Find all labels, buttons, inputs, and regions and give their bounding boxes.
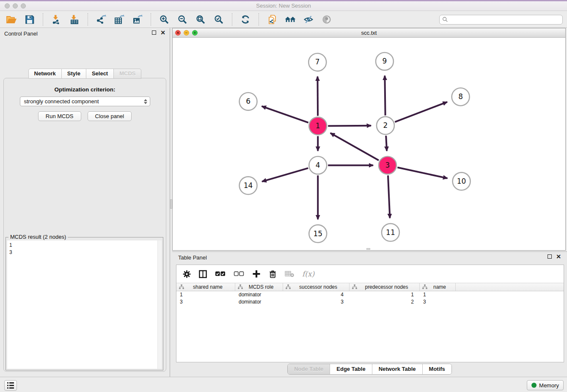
tab-network[interactable]: Network	[28, 69, 62, 79]
toolbar-separator	[43, 13, 43, 26]
edge-3-11[interactable]	[388, 175, 390, 218]
edge-1-2[interactable]	[328, 126, 371, 126]
close-panel-button[interactable]: Close panel	[88, 111, 132, 121]
graph-node-label-7: 7	[315, 58, 320, 66]
first-neighbors-button[interactable]	[283, 13, 297, 26]
search-input[interactable]	[448, 16, 560, 24]
refresh-button[interactable]	[238, 13, 253, 26]
open-file-button[interactable]	[4, 13, 19, 26]
mcds-result-title: MCDS result (2 nodes)	[8, 234, 68, 240]
unselect-all-button[interactable]	[234, 271, 244, 277]
hide-selected-button[interactable]	[301, 13, 316, 26]
show-all-button[interactable]	[319, 13, 334, 26]
edge-1-6[interactable]	[262, 106, 308, 123]
tab-mcds[interactable]: MCDS	[114, 69, 141, 79]
tab-style[interactable]: Style	[62, 69, 86, 79]
tab-network-table[interactable]: Network Table	[372, 364, 422, 374]
column-header-predecessor-nodes[interactable]: predecessor nodes	[350, 283, 420, 291]
zoom-in-button[interactable]	[157, 13, 171, 26]
tab-select[interactable]: Select	[86, 69, 114, 79]
cell-predecessor-nodes[interactable]: 2	[350, 299, 420, 305]
cell-successor-nodes[interactable]: 4	[283, 292, 350, 298]
graph-node-label-9: 9	[383, 57, 387, 65]
zoom-selected-button[interactable]	[212, 13, 226, 26]
float-table-panel-icon[interactable]	[548, 254, 552, 259]
save-session-button[interactable]	[22, 13, 37, 26]
cell-shared-name[interactable]: 3	[176, 299, 235, 305]
result-scrollbar[interactable]	[157, 240, 162, 369]
frame-minimize-button[interactable]: −	[184, 30, 189, 36]
graph-node-label-11: 11	[386, 228, 395, 237]
cell-MCDS-role[interactable]: dominator	[235, 292, 283, 298]
clone-network-button[interactable]	[265, 13, 279, 26]
tab-node-table[interactable]: Node Table	[288, 364, 330, 374]
cell-shared-name[interactable]: 1	[176, 292, 235, 298]
graph-node-label-1: 1	[316, 121, 320, 130]
table-body: 1dominator4113dominator323	[176, 291, 564, 305]
zoom-out-button[interactable]	[175, 13, 190, 26]
edge-3-1[interactable]	[330, 133, 379, 160]
edge-3-10[interactable]	[397, 167, 447, 178]
memory-button[interactable]: Memory	[527, 380, 564, 390]
select-all-button[interactable]	[215, 271, 226, 277]
edge-4-14[interactable]	[262, 168, 308, 182]
table-row[interactable]: 1dominator411	[176, 291, 564, 298]
table-panel: Table Panel ✕ f(x) shared nameMCDS roles…	[172, 251, 567, 377]
edge-2-9[interactable]	[385, 76, 385, 116]
frame-resize-handle[interactable]	[366, 248, 370, 250]
tab-motifs[interactable]: Motifs	[422, 364, 451, 374]
control-panel: Control Panel ✕ NetworkStyleSelectMCDS O…	[0, 28, 170, 377]
add-row-button[interactable]	[252, 270, 261, 278]
search-box[interactable]	[439, 15, 563, 25]
edge-2-3[interactable]	[386, 136, 387, 151]
settings-button[interactable]	[183, 270, 191, 278]
window-title: Session: New Session	[0, 1, 567, 11]
edge-2-8[interactable]	[395, 102, 447, 122]
delete-row-button[interactable]	[269, 270, 277, 278]
optimization-criterion-select[interactable]: strongly connected component	[20, 97, 150, 106]
frame-close-button[interactable]: ✕	[175, 30, 181, 36]
export-image-button[interactable]	[130, 13, 145, 26]
cell-name[interactable]: 1	[420, 292, 456, 298]
import-network-button[interactable]	[49, 13, 63, 26]
network-frame-titlebar[interactable]: ✕ − + scc.txt	[173, 28, 565, 38]
dropdown-stepper-icon	[144, 99, 148, 104]
toolbar-separator	[259, 13, 259, 26]
table-row[interactable]: 3dominator323	[176, 298, 564, 306]
column-header-MCDS-role[interactable]: MCDS role	[235, 283, 283, 291]
mcds-result-text[interactable]: 1 3	[7, 240, 162, 369]
task-history-button[interactable]	[4, 380, 17, 391]
export-network-button[interactable]	[94, 13, 108, 26]
control-panel-title: Control Panel	[4, 30, 38, 37]
network-canvas[interactable]: 1234678910111415	[173, 38, 565, 250]
memory-label: Memory	[539, 382, 559, 389]
tab-edge-table[interactable]: Edge Table	[330, 364, 372, 374]
function-builder-button[interactable]: f(x)	[302, 270, 314, 278]
cell-predecessor-nodes[interactable]: 1	[350, 292, 420, 298]
application-window: Session: New Session Control Panel ✕ Net…	[0, 0, 567, 392]
zoom-fit-button[interactable]	[193, 13, 208, 26]
network-view-frame: ✕ − + scc.txt 1234678910111415	[172, 28, 566, 251]
column-header-successor-nodes[interactable]: successor nodes	[283, 283, 350, 291]
table-header-row: shared nameMCDS rolesuccessor nodesprede…	[176, 283, 564, 291]
frame-maximize-button[interactable]: +	[192, 30, 198, 36]
cell-successor-nodes[interactable]: 3	[283, 299, 350, 305]
toolbar-separator	[232, 13, 232, 26]
graph-node-label-6: 6	[246, 97, 250, 105]
run-mcds-button[interactable]: Run MCDS	[38, 111, 81, 121]
column-header-name[interactable]: name	[420, 283, 456, 291]
close-panel-icon[interactable]: ✕	[160, 30, 165, 35]
optimization-criterion-label: Optimization criterion:	[4, 86, 166, 93]
edge-1-7[interactable]	[317, 77, 318, 116]
delete-table-button[interactable]	[285, 271, 294, 277]
cell-name[interactable]: 3	[420, 299, 456, 305]
column-header-shared-name[interactable]: shared name	[176, 283, 235, 291]
export-table-button[interactable]	[112, 13, 127, 26]
cell-MCDS-role[interactable]: dominator	[235, 299, 283, 305]
table-panel-title: Table Panel	[178, 254, 207, 261]
import-table-button[interactable]	[67, 13, 82, 26]
float-panel-icon[interactable]	[152, 30, 156, 35]
toolbar-buttons	[4, 13, 334, 26]
close-table-panel-icon[interactable]: ✕	[556, 254, 561, 259]
column-panel-button[interactable]	[199, 270, 207, 278]
